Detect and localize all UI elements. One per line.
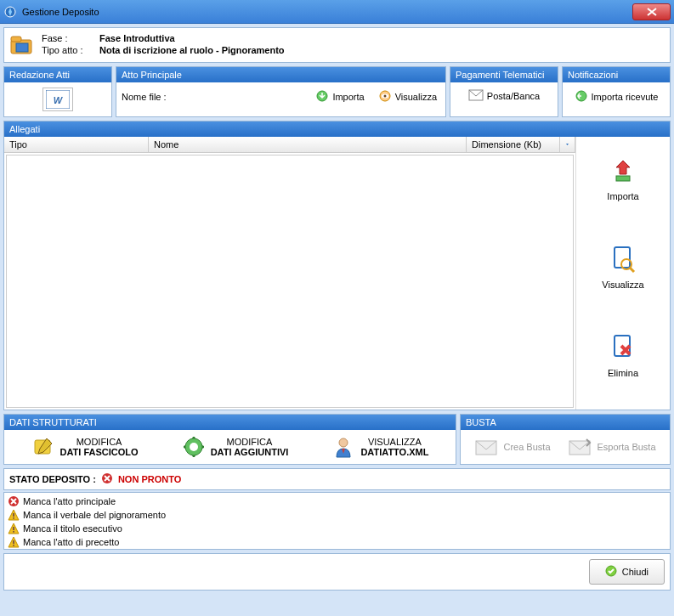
message-text: Manca il titolo esecutivo — [23, 523, 122, 534]
esporta-busta-label: Esporta Busta — [597, 442, 655, 452]
allegati-title: Allegati — [4, 122, 670, 137]
window-title: Gestione Deposito — [22, 7, 632, 17]
message-item: Manca il verbale del pignoramento — [6, 508, 668, 522]
visualizza-atto-button[interactable]: Visualizza — [375, 88, 440, 106]
message-item: Manca l'atto principale — [6, 494, 668, 508]
allegati-elimina-label: Elimina — [608, 368, 638, 378]
svg-rect-3 — [16, 43, 28, 52]
crea-busta-button: Crea Busta — [474, 435, 550, 459]
message-text: Manca l'atto principale — [23, 496, 116, 506]
fase-label: Fase : — [42, 33, 99, 43]
visualizza-datiatto-l1: VISUALIZZA — [360, 437, 428, 447]
word-icon-button[interactable]: W — [42, 88, 73, 111]
allegati-importa-label: Importa — [607, 191, 638, 201]
modifica-aggiuntivi-l1: MODIFICA — [211, 437, 289, 447]
warning-icon — [8, 509, 20, 521]
error-icon — [101, 472, 113, 486]
modifica-fascicolo-button[interactable]: MODIFICA DATI FASCICOLO — [31, 435, 139, 459]
stato-label: STATO DEPOSITO : — [9, 474, 96, 484]
allegati-elimina-button[interactable]: Elimina — [608, 332, 638, 378]
svg-point-9 — [383, 95, 386, 98]
allegati-importa-button[interactable]: Importa — [607, 155, 638, 201]
import-icon — [315, 89, 329, 105]
footer: Chiudi — [3, 553, 671, 591]
chiudi-label: Chiudi — [622, 567, 649, 577]
svg-point-20 — [339, 438, 348, 447]
titlebar: Gestione Deposito — [0, 0, 674, 24]
delete-attachment-icon — [608, 332, 638, 363]
import-receipt-icon — [575, 89, 588, 105]
svg-rect-25 — [13, 513, 14, 517]
svg-rect-12 — [616, 176, 630, 181]
visualizza-datiatto-l2: DATIATTO.XML — [360, 447, 428, 457]
dati-strutturati-section: DATI STRUTTURATI MODIFICA DATI FASCICOLO — [3, 414, 456, 465]
col-dimensione[interactable]: Dimensione (Kb) — [467, 137, 560, 152]
allegati-section: Allegati Tipo Nome Dimensione (Kb) — [3, 121, 671, 410]
message-item: Manca il titolo esecutivo — [6, 522, 668, 535]
redazione-title: Redazione Atti — [4, 67, 111, 82]
posta-banca-label: Posta/Banca — [487, 91, 540, 101]
posta-banca-button[interactable]: Posta/Banca — [465, 88, 543, 105]
close-button[interactable] — [632, 3, 671, 20]
svg-line-15 — [630, 268, 634, 272]
view-icon — [378, 89, 392, 105]
visualizza-atto-label: Visualizza — [395, 92, 437, 102]
crea-busta-label: Crea Busta — [503, 442, 550, 452]
check-icon — [605, 565, 617, 579]
edit-fascicolo-icon — [31, 435, 55, 459]
warning-icon — [8, 523, 20, 534]
message-text: Manca il verbale del pignoramento — [23, 510, 166, 520]
svg-rect-30 — [13, 545, 14, 546]
view-attachment-icon — [608, 244, 638, 274]
svg-rect-27 — [13, 527, 14, 530]
atto-principale-title: Atto Principale — [116, 67, 445, 82]
redazione-atti-section: Redazione Atti W — [3, 66, 112, 117]
folder-icon — [8, 31, 35, 59]
create-envelope-icon — [474, 435, 498, 459]
header-info: Fase : Fase Introduttiva Tipo atto : Not… — [3, 27, 671, 63]
message-item: Manca l'atto di precetto — [6, 535, 668, 549]
stato-deposito-bar: STATO DEPOSITO : NON PRONTO — [3, 468, 671, 490]
dati-strutturati-title: DATI STRUTTURATI — [4, 415, 456, 430]
col-menu-button[interactable] — [560, 137, 575, 152]
col-tipo[interactable]: Tipo — [4, 137, 149, 152]
person-icon — [331, 435, 355, 459]
importa-ricevute-button[interactable]: Importa ricevute — [571, 88, 662, 106]
fase-value: Fase Introduttiva — [99, 33, 175, 43]
visualizza-datiatto-button[interactable]: VISUALIZZA DATIATTO.XML — [331, 435, 428, 459]
tipo-atto-value: Nota di iscrizione al ruolo - Pignoramen… — [99, 45, 285, 55]
svg-text:W: W — [54, 95, 64, 105]
svg-rect-28 — [13, 531, 14, 533]
svg-rect-2 — [11, 37, 21, 42]
stato-value: NON PRONTO — [118, 474, 181, 484]
edit-aggiuntivi-icon — [182, 435, 206, 459]
busta-title: BUSTA — [461, 415, 670, 430]
notificazioni-title: Notificazioni — [563, 67, 670, 82]
svg-point-19 — [190, 443, 198, 451]
modifica-fascicolo-l2: DATI FASCICOLO — [60, 447, 139, 457]
importa-atto-label: Importa — [332, 92, 364, 102]
app-icon — [3, 5, 17, 19]
col-nome[interactable]: Nome — [149, 137, 467, 152]
export-envelope-icon — [568, 435, 592, 459]
chiudi-button[interactable]: Chiudi — [589, 559, 665, 585]
allegati-table: Tipo Nome Dimensione (Kb) — [4, 137, 576, 410]
modifica-aggiuntivi-button[interactable]: MODIFICA DATI AGGIUNTIVI — [182, 435, 289, 459]
modifica-aggiuntivi-l2: DATI AGGIUNTIVI — [211, 447, 289, 457]
allegati-visualizza-button[interactable]: Visualizza — [602, 244, 643, 290]
allegati-table-body[interactable] — [6, 155, 574, 408]
warning-icon — [8, 536, 20, 548]
messages-list[interactable]: Manca l'atto principale Manca il verbale… — [3, 492, 671, 550]
import-attachment-icon — [608, 155, 638, 186]
importa-atto-button[interactable]: Importa — [312, 88, 367, 106]
notificazioni-section: Notificazioni Importa ricevute — [562, 66, 671, 117]
modifica-fascicolo-l1: MODIFICA — [60, 437, 139, 447]
svg-rect-29 — [13, 540, 14, 544]
error-icon — [8, 495, 20, 507]
pagamenti-section: Pagamenti Telematici Posta/Banca — [450, 66, 558, 117]
message-text: Manca l'atto di precetto — [23, 537, 119, 547]
busta-section: BUSTA Crea Busta Esporta Busta — [460, 414, 671, 465]
pagamenti-title: Pagamenti Telematici — [450, 67, 558, 82]
envelope-icon — [468, 89, 484, 103]
svg-rect-26 — [13, 517, 14, 519]
